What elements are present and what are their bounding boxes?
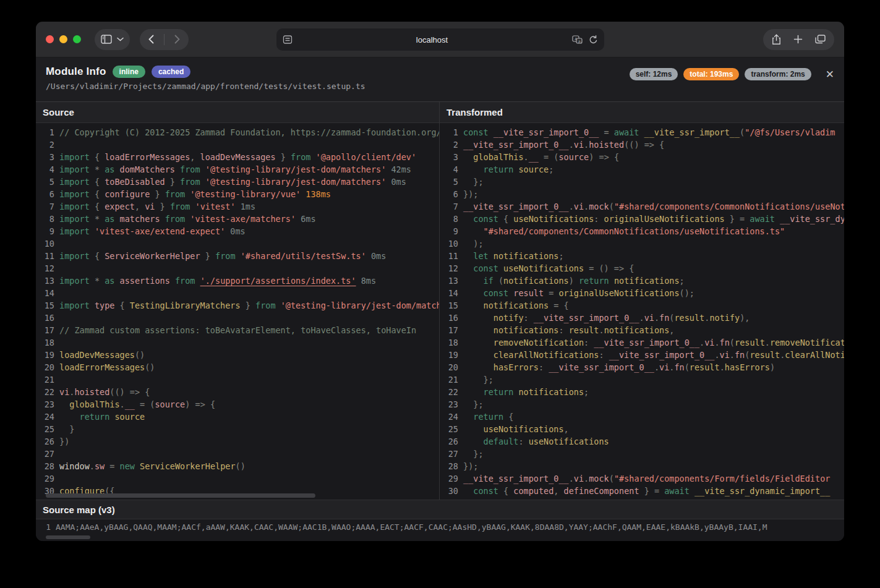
code-line: 25 useNotifications, — [440, 423, 844, 435]
code-line: 23 globalThis.__ = (source) => { — [36, 398, 439, 411]
line-number: 25 — [440, 423, 458, 435]
code-line: 12 — [36, 262, 439, 275]
code-line: 4 return source; — [440, 163, 844, 176]
code-line: 27 }; — [440, 448, 844, 460]
line-number: 24 — [440, 411, 458, 423]
line-number: 22 — [440, 386, 458, 398]
code-line: 16 notify: __vite_ssr_import_0__.vi.fn(r… — [440, 312, 844, 324]
line-number: 8 — [440, 213, 458, 225]
line-number: 3 — [36, 151, 54, 163]
toolbar-right-controls — [763, 29, 834, 50]
code-line: 23 }; — [440, 398, 844, 411]
line-number: 14 — [440, 287, 458, 299]
code-line: 8import * as matchers from 'vitest-axe/m… — [36, 213, 439, 225]
line-number: 16 — [36, 312, 54, 324]
code-line: 29 — [36, 472, 439, 485]
close-panel-button[interactable]: ✕ — [826, 69, 834, 80]
line-number: 22 — [36, 386, 54, 398]
code-line: 13import * as assertions from './support… — [36, 275, 439, 287]
tab-overview-button[interactable] — [815, 35, 826, 44]
translate-icon[interactable]: A あ — [572, 35, 583, 44]
line-number: 3 — [440, 151, 458, 163]
code-line: 24 return source — [36, 411, 439, 423]
line-number: 15 — [440, 299, 458, 312]
code-line: 10 ); — [440, 237, 844, 250]
line-number: 26 — [36, 435, 54, 448]
line-number: 16 — [440, 312, 458, 324]
code-line: 26 default: useNotifications — [440, 435, 844, 448]
code-line: 1const __vite_ssr_import_0__ = await __v… — [440, 126, 844, 138]
line-number: 7 — [440, 200, 458, 213]
sourcemap-horizontal-scrollbar[interactable] — [46, 535, 90, 539]
code-line: 17 notifications: result.notifications, — [440, 324, 844, 336]
line-number: 7 — [36, 200, 54, 213]
line-number: 6 — [440, 188, 458, 200]
line-number: 11 — [440, 250, 458, 262]
code-line: 13 if (notifications) return notificatio… — [440, 275, 844, 287]
code-line: 3 globalThis.__ = (source) => { — [440, 151, 844, 163]
browser-window: localhost A あ — [36, 22, 844, 541]
forward-button[interactable] — [174, 35, 180, 44]
line-number: 13 — [36, 275, 54, 287]
code-line: 18 — [36, 336, 439, 349]
navigation-controls — [140, 29, 189, 50]
source-code-view[interactable]: 1// Copyright (C) 2012-2025 Zammad Found… — [36, 123, 439, 499]
reader-icon[interactable] — [283, 35, 293, 44]
address-bar[interactable]: localhost A あ — [276, 28, 604, 51]
line-number: 1 — [36, 522, 51, 532]
line-number: 6 — [36, 188, 54, 200]
code-line: 12 const useNotifications = () => { — [440, 262, 844, 275]
code-line: 8 const { useNotifications: originalUseN… — [440, 213, 844, 225]
close-window-button[interactable] — [46, 35, 54, 43]
code-line: 5 }; — [440, 176, 844, 188]
svg-text:あ: あ — [578, 40, 581, 44]
line-number: 21 — [36, 373, 54, 386]
new-tab-button[interactable] — [793, 35, 803, 44]
sidebar-toggle-button[interactable] — [95, 29, 130, 50]
code-line: 3import { loadErrorMessages, loadDevMess… — [36, 151, 439, 163]
divider — [164, 34, 164, 45]
line-number: 1 — [440, 126, 458, 138]
code-line: 22 return notifications; — [440, 386, 844, 398]
line-number: 10 — [36, 237, 54, 250]
code-panels: Source 1// Copyright (C) 2012-2025 Zamma… — [36, 102, 844, 500]
line-number: 15 — [36, 299, 54, 312]
code-line: 15import type { TestingLibraryMatchers }… — [36, 299, 439, 312]
module-file-path: /Users/vladimir/Projects/zammad/app/fron… — [46, 82, 834, 91]
minimize-window-button[interactable] — [59, 35, 67, 43]
inline-badge: inline — [113, 66, 145, 78]
reload-icon[interactable] — [589, 35, 598, 45]
source-horizontal-scrollbar[interactable] — [46, 493, 315, 498]
code-line: 30 const { computed, defineComponent } =… — [440, 485, 844, 497]
line-number: 10 — [440, 237, 458, 250]
line-number: 2 — [36, 138, 54, 151]
line-number: 30 — [440, 485, 458, 497]
code-line: 14 — [36, 287, 439, 299]
code-line: 28window.sw = new ServiceWorkerHelper() — [36, 460, 439, 472]
code-line: 11import { ServiceWorkerHelper } from '#… — [36, 250, 439, 262]
code-line: 28}); — [440, 460, 844, 472]
code-line: 26}) — [36, 435, 439, 448]
code-line: 15 notifications = { — [440, 299, 844, 312]
code-line: 24 return { — [440, 411, 844, 423]
zoom-window-button[interactable] — [73, 35, 81, 43]
transformed-code-view[interactable]: 1const __vite_ssr_import_0__ = await __v… — [440, 123, 844, 499]
back-button[interactable] — [148, 35, 154, 44]
code-line: 5import { toBeDisabled } from '@testing-… — [36, 176, 439, 188]
line-number: 17 — [440, 324, 458, 336]
transformed-panel-title: Transformed — [440, 102, 844, 123]
line-number: 28 — [440, 460, 458, 472]
line-number: 29 — [36, 472, 54, 485]
share-button[interactable] — [772, 34, 781, 45]
code-line: 6import { configure } from '@testing-lib… — [36, 188, 439, 200]
url-text: localhost — [293, 35, 572, 45]
code-line: 9import 'vitest-axe/extend-expect' 0ms — [36, 225, 439, 237]
window-controls — [46, 35, 81, 43]
total-time-badge: total: 193ms — [683, 68, 739, 80]
sidebar-icon — [101, 35, 112, 44]
code-line: 19 clearAllNotifications: __vite_ssr_imp… — [440, 349, 844, 361]
line-number: 18 — [36, 336, 54, 349]
page-title: Module Info — [46, 66, 106, 78]
line-number: 20 — [440, 361, 458, 373]
code-line: 2__vite_ssr_import_0__.vi.hoisted(() => … — [440, 138, 844, 151]
